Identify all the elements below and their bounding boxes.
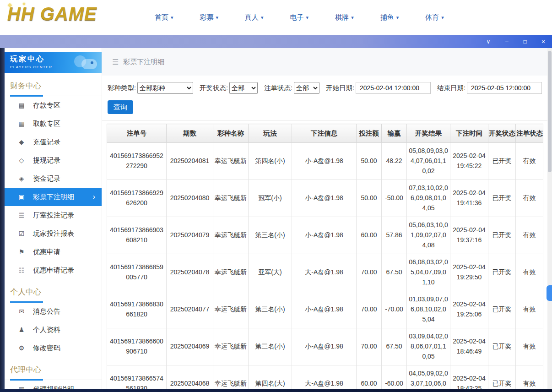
table-row: 401569173866600906710 20250204069 幸运飞艇新 … — [107, 328, 543, 365]
sidebar-item-deposit[interactable]: ▤ 存款专区 — [5, 96, 102, 114]
sidebar-item-promo-apply[interactable]: ⚑ 优惠申请 — [5, 243, 102, 261]
window-maximize-button[interactable]: □ — [521, 39, 529, 44]
search-button[interactable]: 查询 — [108, 100, 133, 114]
sidebar-item-recharge-records[interactable]: ◆ 充值记录 — [5, 133, 102, 151]
cell-draw-result: 06,08,03,02,05,04,07,09,01,10 — [407, 254, 450, 291]
nav-item-board-games[interactable]: 棋牌 ▾ — [335, 13, 354, 22]
end-date-input[interactable] — [467, 82, 542, 94]
cell-order-number: 401569173866929626200 — [107, 180, 167, 217]
promo-apply-icon: ⚑ — [17, 248, 26, 256]
cell-bet-info: 小-A盘@1.98 — [292, 217, 357, 254]
nav-item-sports[interactable]: 体育 ▾ — [425, 13, 444, 22]
cell-draw-status: 已开奖 — [488, 365, 516, 392]
cell-bet-info: 大-A盘@1.98 — [292, 365, 357, 392]
cell-play-type: 第三名(小) — [249, 328, 292, 365]
nav-label: 捕鱼 — [380, 13, 394, 22]
cell-period: 20250204069 — [167, 328, 213, 365]
window-close-button[interactable]: × — [539, 38, 547, 45]
table-header-cell: 玩法 — [249, 124, 292, 143]
cell-draw-result: 01,03,09,07,06,08,10,02,05,04 — [407, 291, 450, 328]
section-title-finance: 财务中心 — [5, 73, 102, 96]
cell-play-type: 第三名(小) — [249, 217, 292, 254]
cell-draw-result: 05,06,03,10,01,09,02,07,04,08 — [407, 217, 450, 254]
nav-item-live[interactable]: 真人 ▾ — [245, 13, 264, 22]
scrollbar[interactable] — [547, 48, 552, 392]
window-minimize-button[interactable]: − — [503, 38, 511, 45]
table-row: 401569173866952272290 20250204081 幸运飞艇新 … — [107, 143, 543, 180]
nav-label: 体育 — [425, 13, 439, 22]
cell-bet-info: 大-A盘@1.98 — [292, 254, 357, 291]
window-left-edge — [0, 48, 5, 392]
table-row: 401569173866574561830 20250204068 幸运飞艇新 … — [107, 365, 543, 392]
draw-status-select[interactable]: 全部 — [229, 82, 258, 94]
table-header-cell: 下注时间 — [450, 124, 488, 143]
cell-draw-status: 已开奖 — [488, 291, 516, 328]
cell-order-status: 有效 — [516, 180, 543, 217]
table-header-cell: 下注信息 — [292, 124, 357, 143]
cell-bet-amount: 60.00 — [357, 217, 382, 254]
table-header-cell: 注单状态 — [516, 124, 543, 143]
lottery-type-select[interactable]: 全部彩种 — [137, 82, 193, 94]
nav-item-fishing[interactable]: 捕鱼 ▾ — [380, 13, 399, 22]
section-title-personal: 个人中心 — [5, 279, 102, 302]
cell-draw-status: 已开奖 — [488, 328, 516, 365]
table-row: 401569173866903608210 20250204079 幸运飞艇新 … — [107, 217, 543, 254]
cell-bet-amount: 70.00 — [357, 254, 382, 291]
nav-label: 彩票 — [200, 13, 214, 22]
cell-draw-status: 已开奖 — [488, 254, 516, 291]
announcement-icon: ✉ — [17, 308, 26, 315]
chevron-down-icon: ▾ — [306, 15, 309, 21]
floating-widget[interactable] — [547, 285, 552, 301]
cell-bet-time: 2025-02-04 19:37:16 — [450, 217, 488, 254]
cell-bet-amount: 70.00 — [357, 328, 382, 365]
cell-bet-time: 2025-02-04 19:25:06 — [450, 291, 488, 328]
sidebar-item-withdraw[interactable]: ▦ 取款专区 — [5, 114, 102, 133]
chevron-down-icon: ▾ — [216, 15, 219, 21]
password-gear-icon: ⚙ — [17, 344, 26, 352]
main-nav: 首页 ▾ 彩票 ▾ 真人 ▾ 电子 ▾ 棋牌 ▾ 捕鱼 ▾ — [155, 0, 444, 35]
sidebar-item-withdrawal-records[interactable]: ◇ 提现记录 — [5, 151, 102, 169]
menu-icon[interactable]: ☰ — [112, 58, 119, 66]
start-date-input[interactable] — [356, 82, 431, 94]
nav-label: 真人 — [245, 13, 259, 22]
cell-order-status: 有效 — [516, 291, 543, 328]
nav-item-home[interactable]: 首页 ▾ — [155, 13, 173, 22]
main-content: ☰ 彩票下注明细 彩种类型: 全部彩种 开奖状态: 全部 注单状态: 全部 — [102, 48, 547, 392]
order-status-select[interactable]: 全部 — [294, 82, 319, 94]
chevron-down-icon: ▾ — [171, 15, 173, 21]
sidebar-item-profile[interactable]: ♟ 个人资料 — [5, 321, 102, 339]
cell-win-loss: 48.22 — [382, 143, 407, 180]
cell-order-number: 401569173866859005770 — [107, 254, 167, 291]
cell-win-loss: 67.50 — [382, 254, 407, 291]
nav-item-lottery[interactable]: 彩票 ▾ — [200, 13, 219, 22]
sidebar-item-room-bet-records[interactable]: ☰ 厅室投注记录 — [5, 206, 102, 224]
cell-order-number: 401569173866952272290 — [107, 143, 167, 180]
cell-order-status: 有效 — [516, 254, 543, 291]
cell-play-type: 第四名(大) — [249, 365, 292, 392]
cell-order-status: 有效 — [516, 217, 543, 254]
cell-order-status: 有效 — [516, 365, 543, 392]
chevron-down-icon: ▾ — [441, 15, 444, 21]
cell-play-type: 第四名(小) — [249, 143, 292, 180]
cell-period: 20250204081 — [167, 143, 213, 180]
bet-details-table: 注单号 期数 彩种名称 玩法 下注信息 投注额 输赢 开奖结果 下注时间 开奖状… — [107, 124, 543, 392]
nav-label: 首页 — [155, 13, 168, 22]
cell-draw-result: 03,09,04,02,08,06,07,01,10,05 — [407, 328, 450, 365]
window-bottom-edge — [0, 389, 552, 392]
cell-order-number: 401569173866600906710 — [107, 328, 167, 365]
sidebar-item-player-bet-report[interactable]: ☑ 玩家投注报表 — [5, 224, 102, 243]
game-controller-graphic — [70, 54, 98, 72]
sidebar-item-lottery-bet-details[interactable]: ▣ 彩票下注明细 › — [5, 188, 102, 206]
window-title-bar: ∨ − □ × — [0, 35, 552, 48]
logo[interactable]: HH GAME — [7, 4, 97, 24]
sidebar-item-fund-records[interactable]: ◈ 资金记录 — [5, 169, 102, 188]
cell-win-loss: 67.50 — [382, 328, 407, 365]
nav-item-electronic[interactable]: 电子 ▾ — [290, 13, 309, 22]
scrollbar-thumb[interactable] — [548, 51, 552, 172]
cell-bet-amount: 50.00 — [357, 143, 382, 180]
window-chevron-button[interactable]: ∨ — [484, 39, 492, 44]
sidebar-item-promo-apply-records[interactable]: ☷ 优惠申请记录 — [5, 261, 102, 279]
sidebar-item-change-password[interactable]: ⚙ 修改密码 — [5, 339, 102, 357]
sidebar-item-announcements[interactable]: ✉ 消息公告 — [5, 302, 102, 321]
cell-order-number: 401569173866903608210 — [107, 217, 167, 254]
